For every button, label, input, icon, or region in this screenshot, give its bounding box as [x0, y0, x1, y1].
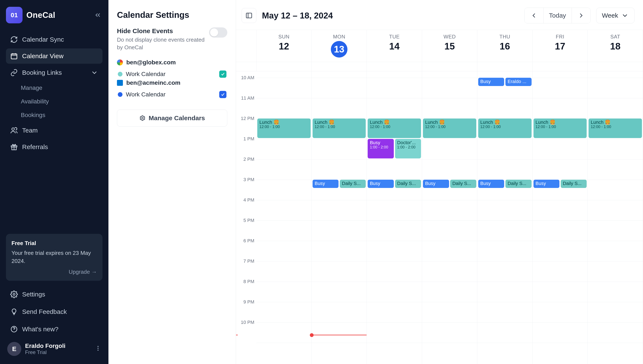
day-header[interactable]: THU16 — [477, 30, 533, 62]
calendar-event[interactable]: Daily S... — [340, 180, 366, 188]
day-column[interactable]: Lunch 🍔12:00 - 1:00BusyDaily S... — [312, 71, 367, 364]
account-header: ben@globex.com — [117, 59, 227, 66]
nav-booking-links[interactable]: Booking Links — [6, 65, 102, 80]
day-header[interactable]: TUE14 — [367, 30, 422, 62]
nav-booking-manage[interactable]: Manage — [18, 82, 102, 94]
trial-card: Free Trial Your free trial expires on 23… — [6, 234, 102, 281]
day-header[interactable]: FRI17 — [533, 30, 588, 62]
chevron-down-icon — [91, 69, 98, 76]
day-number: 17 — [555, 41, 565, 52]
manage-calendars-button[interactable]: Manage Calendars — [117, 110, 227, 126]
user-name: Eraldo Forgoli — [25, 342, 66, 349]
calendar-event[interactable]: Busy — [368, 180, 393, 188]
calendar-event[interactable]: Doctor'...1:00 - 2:00 — [395, 139, 421, 158]
link-icon — [10, 69, 18, 76]
setting-label: Hide Clone Events — [117, 28, 205, 34]
calendar-event[interactable]: Lunch 🍔12:00 - 1:00 — [589, 118, 642, 138]
calendar-event[interactable]: Busy — [313, 180, 338, 188]
account-email: ben@acmeinc.com — [126, 80, 180, 86]
nav-team[interactable]: Team — [6, 123, 102, 138]
calendar-body[interactable]: 10 AM11 AM12 PM1 PM2 PM3 PM4 PM5 PM6 PM7… — [236, 71, 643, 364]
calendar-event[interactable]: Busy — [478, 78, 504, 86]
next-week-button[interactable] — [572, 8, 590, 23]
event-title: Daily S... — [342, 181, 364, 186]
calendar-event[interactable]: Lunch 🍔12:00 - 1:00 — [478, 118, 532, 138]
calendar-event[interactable]: Busy — [423, 180, 449, 188]
event-time: 12:00 - 1:00 — [536, 125, 585, 129]
svg-rect-0 — [11, 54, 17, 59]
day-column[interactable]: Lunch 🍔12:00 - 1:00 — [588, 71, 643, 364]
view-select[interactable]: Week — [596, 8, 634, 23]
day-column[interactable]: BusyEraldo ...Lunch 🍔12:00 - 1:00BusyDai… — [477, 71, 533, 364]
nav-booking-availability[interactable]: Availability — [18, 95, 102, 108]
settings-panel-toggle[interactable] — [242, 8, 257, 23]
nav-settings[interactable]: Settings — [6, 287, 102, 302]
nav-label: What's new? — [22, 326, 59, 333]
day-header[interactable]: SUN12 — [257, 30, 312, 62]
calendar-visibility-checkbox[interactable] — [219, 70, 227, 78]
hide-clone-toggle[interactable] — [209, 28, 227, 38]
event-title: Lunch 🍔 — [536, 120, 585, 125]
event-title: Busy — [370, 181, 391, 186]
nav-booking-bookings[interactable]: Bookings — [18, 109, 102, 122]
logo[interactable]: 01 OneCal — [6, 7, 55, 23]
account-email: ben@globex.com — [126, 59, 176, 66]
chevron-double-left-icon — [94, 11, 102, 19]
day-header[interactable]: WED15 — [422, 30, 477, 62]
logo-mark: 01 — [6, 7, 23, 23]
gift-icon — [10, 143, 18, 151]
sidebar-collapse-button[interactable] — [93, 10, 102, 20]
day-column[interactable]: Lunch 🍔12:00 - 1:00 — [257, 71, 312, 364]
day-header[interactable]: MON13 — [312, 30, 367, 62]
nav-whats-new[interactable]: What's new? — [6, 322, 102, 337]
calendar-event[interactable]: Daily S... — [561, 180, 587, 188]
logo-text: OneCal — [26, 10, 55, 20]
event-title: Busy — [425, 181, 447, 186]
calendar-event[interactable]: Daily S... — [505, 180, 531, 188]
event-title: Busy — [480, 181, 502, 186]
prev-week-button[interactable] — [525, 8, 543, 23]
nav-label: Referrals — [22, 143, 48, 150]
event-time: 12:00 - 1:00 — [480, 125, 529, 129]
day-column[interactable]: Lunch 🍔12:00 - 1:00BusyDaily S... — [422, 71, 477, 364]
day-header[interactable]: SAT18 — [588, 30, 643, 62]
calendar-event[interactable]: Lunch 🍔12:00 - 1:00 — [533, 118, 587, 138]
event-title: Daily S... — [563, 181, 584, 186]
calendar-settings-panel: Calendar Settings Hide Clone Events Do n… — [108, 0, 236, 364]
calendar-event[interactable]: Busy — [478, 180, 504, 188]
calendar-header: SUN12MON13TUE14WED15THU16FRI17SAT18 — [236, 30, 643, 62]
nav-calendar-view[interactable]: Calendar View — [6, 48, 102, 64]
day-column[interactable]: Lunch 🍔12:00 - 1:00BusyDaily S... — [533, 71, 588, 364]
time-gutter: 10 AM11 AM12 PM1 PM2 PM3 PM4 PM5 PM6 PM7… — [236, 71, 257, 364]
upgrade-link[interactable]: Upgrade → — [12, 268, 97, 276]
today-button[interactable]: Today — [543, 8, 572, 23]
nav-label: Team — [22, 127, 38, 134]
calendar-visibility-checkbox[interactable] — [219, 91, 227, 98]
calendar-event[interactable]: Eraldo ... — [505, 78, 531, 86]
event-title: Eraldo ... — [508, 79, 529, 84]
event-title: Daily S... — [397, 181, 419, 186]
event-title: Lunch 🍔 — [480, 120, 529, 125]
event-title: Lunch 🍔 — [591, 120, 640, 125]
nav-calendar-sync[interactable]: Calendar Sync — [6, 32, 102, 47]
calendar-event[interactable]: Lunch 🍔12:00 - 1:00 — [313, 118, 366, 138]
svg-point-1 — [12, 128, 15, 130]
day-of-week-label: SUN — [278, 34, 289, 40]
calendar-event[interactable]: Lunch 🍔12:00 - 1:00 — [368, 118, 421, 138]
day-of-week-label: THU — [500, 34, 510, 40]
gear-icon — [139, 115, 146, 121]
view-select-label: Week — [602, 12, 618, 19]
calendar-event[interactable]: Daily S... — [450, 180, 476, 188]
calendar-event[interactable]: Busy — [533, 180, 559, 188]
nav-label: Settings — [22, 291, 45, 298]
user-more-button[interactable] — [95, 345, 101, 353]
calendar-event[interactable]: Lunch 🍔12:00 - 1:00 — [423, 118, 476, 138]
nav-send-feedback[interactable]: Send Feedback — [6, 304, 102, 320]
chevron-down-icon — [621, 12, 629, 19]
day-column[interactable]: Lunch 🍔12:00 - 1:00Busy1:00 - 2:00Doctor… — [367, 71, 422, 364]
calendar-event[interactable]: Busy1:00 - 2:00 — [368, 139, 393, 158]
user-row[interactable]: E Eraldo Forgoli Free Trial — [6, 339, 102, 359]
calendar-event[interactable]: Lunch 🍔12:00 - 1:00 — [257, 118, 311, 138]
calendar-event[interactable]: Daily S... — [395, 180, 421, 188]
nav-referrals[interactable]: Referrals — [6, 139, 102, 154]
